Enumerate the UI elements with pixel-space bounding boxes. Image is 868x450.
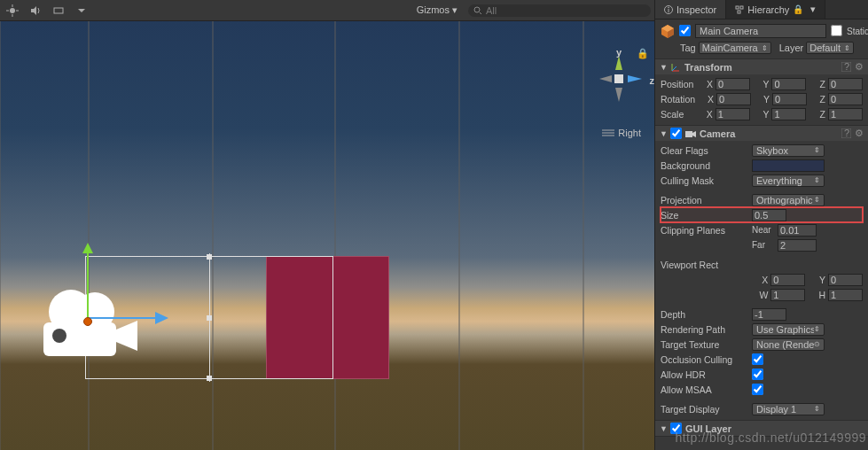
tab-hierarchy[interactable]: Hierarchy 🔒 ▾ <box>726 0 825 19</box>
layer-dropdown[interactable]: Default⇕ <box>806 42 854 54</box>
scene-canvas[interactable]: 🔒 y z Right <box>0 21 654 450</box>
x-axis-gizmo[interactable] <box>89 310 168 326</box>
background-label: Background <box>661 160 749 171</box>
orientation-compass[interactable]: 🔒 y z <box>592 52 645 107</box>
pos-x-input[interactable] <box>716 78 750 90</box>
scene-view: Gizmos ▾ <box>0 0 654 450</box>
help-icon[interactable]: ? <box>841 128 851 138</box>
camera-icon <box>685 129 696 138</box>
svg-rect-34 <box>740 6 743 9</box>
size-input[interactable] <box>752 209 786 221</box>
viewport-x-input[interactable] <box>770 274 805 286</box>
background-color-field[interactable] <box>752 159 825 172</box>
compass-y-label: y <box>616 47 622 58</box>
layer-label: Layer <box>779 43 804 53</box>
gameobject-name-input[interactable] <box>695 24 826 38</box>
light-icon[interactable] <box>4 3 21 19</box>
hierarchy-icon <box>735 5 744 14</box>
inspector-panel: Inspector Hierarchy 🔒 ▾ Static ▾ <box>654 0 868 450</box>
ortho-icon <box>602 128 614 137</box>
hdr-checkbox[interactable] <box>752 369 763 380</box>
help-icon[interactable]: ? <box>841 62 851 72</box>
svg-rect-33 <box>736 6 739 9</box>
clearflags-dropdown[interactable]: Skybox⇕ <box>752 144 825 157</box>
audio-icon[interactable] <box>27 3 44 19</box>
static-label: Static <box>847 27 868 36</box>
targetdisplay-label: Target Display <box>661 404 749 415</box>
gizmos-dropdown[interactable]: Gizmos ▾ <box>411 4 463 16</box>
info-icon <box>664 5 673 14</box>
msaa-checkbox[interactable] <box>752 384 763 395</box>
depth-input[interactable] <box>752 308 786 321</box>
scl-z-input[interactable] <box>828 108 863 120</box>
projection-mode-label[interactable]: Right <box>602 128 641 138</box>
transform-icon <box>670 62 681 73</box>
pivot-point[interactable] <box>83 317 92 326</box>
active-checkbox[interactable] <box>679 25 691 38</box>
viewport-h-input[interactable] <box>828 289 863 301</box>
projection-dropdown[interactable]: Orthographic⇕ <box>752 194 825 206</box>
svg-line-41 <box>672 66 676 71</box>
dropdown-arrow-icon[interactable] <box>73 3 90 19</box>
msaa-label: Allow MSAA <box>661 384 749 395</box>
panel-lock-icon[interactable]: 🔒 <box>793 4 803 14</box>
far-input[interactable] <box>778 239 817 252</box>
camera-title: Camera <box>700 128 838 139</box>
tag-label: Tag <box>661 43 696 53</box>
cullingmask-dropdown[interactable]: Everything⇕ <box>752 175 825 187</box>
svg-point-0 <box>10 8 15 13</box>
fx-icon[interactable] <box>50 3 67 19</box>
layer-value: Default <box>809 43 841 53</box>
fold-icon[interactable]: ▼ <box>660 129 667 138</box>
fold-icon[interactable]: ▼ <box>660 424 667 433</box>
scene-search[interactable] <box>468 4 651 17</box>
rendpath-dropdown[interactable]: Use Graphics Settings⇕ <box>752 323 825 336</box>
gameobject-header: Static ▾ Tag MainCamera⇕ Layer Default⇕ <box>655 19 868 59</box>
svg-point-32 <box>668 6 669 8</box>
rendpath-label: Rendering Path <box>661 324 749 335</box>
lock-icon[interactable]: 🔒 <box>637 48 649 59</box>
rot-z-input[interactable] <box>828 93 863 105</box>
gear-icon[interactable]: ⚙ <box>855 61 864 73</box>
fold-icon[interactable]: ▼ <box>660 63 667 72</box>
near-input[interactable] <box>778 224 817 237</box>
rot-x-input[interactable] <box>716 93 751 105</box>
static-checkbox[interactable] <box>831 25 842 38</box>
position-label: Position <box>661 79 693 89</box>
scl-x-input[interactable] <box>716 108 750 120</box>
svg-marker-21 <box>155 312 168 324</box>
gear-icon[interactable]: ⚙ <box>855 128 864 139</box>
targetdisplay-dropdown[interactable]: Display 1⇕ <box>752 403 825 415</box>
svg-point-17 <box>52 329 66 343</box>
camera-component: ▼ Camera ? ⚙ Clear Flags Skybox⇕ Backgro… <box>655 126 868 421</box>
size-label: Size <box>661 210 749 221</box>
svg-rect-26 <box>614 74 623 83</box>
scl-y-input[interactable] <box>771 108 806 120</box>
gameobject-icon[interactable] <box>661 24 675 38</box>
svg-rect-5 <box>54 8 63 13</box>
targettex-label: Target Texture <box>661 339 749 350</box>
svg-text:?: ? <box>844 128 849 138</box>
occlusion-checkbox[interactable] <box>752 353 763 365</box>
svg-marker-25 <box>628 75 642 82</box>
svg-marker-23 <box>615 88 622 102</box>
camera-enabled-checkbox[interactable] <box>670 128 682 139</box>
rot-y-input[interactable] <box>772 93 807 105</box>
transform-component: ▼ Transform ? ⚙ Position X Y Z Rotation … <box>655 59 868 126</box>
sky-background <box>0 21 654 450</box>
tab-inspector[interactable]: Inspector <box>655 0 726 19</box>
search-input[interactable] <box>486 5 645 16</box>
pos-z-input[interactable] <box>828 78 863 90</box>
tag-dropdown[interactable]: MainCamera⇕ <box>699 42 771 54</box>
pos-y-input[interactable] <box>771 78 806 90</box>
chevron-down-icon: ▾ <box>452 4 457 15</box>
viewport-w-input[interactable] <box>770 289 805 301</box>
targettex-field[interactable]: None (Render Texture)⊙ <box>752 338 825 351</box>
occlusion-label: Occlusion Culling <box>661 354 749 365</box>
guilayer-enabled-checkbox[interactable] <box>670 423 682 434</box>
viewport-y-input[interactable] <box>828 274 863 286</box>
tab-inspector-label: Inspector <box>676 4 716 15</box>
panel-menu-icon[interactable]: ▾ <box>810 4 816 15</box>
projection-label: Projection <box>661 195 749 206</box>
projection-mode-text: Right <box>618 128 641 138</box>
